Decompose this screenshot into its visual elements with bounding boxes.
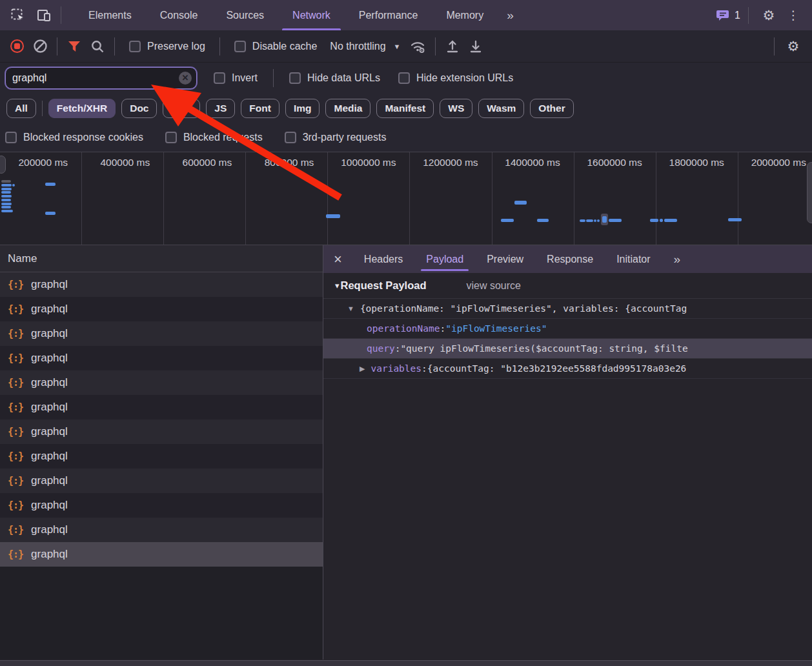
import-har-icon[interactable] <box>441 35 464 58</box>
filter-chip-js[interactable]: JS <box>206 99 235 118</box>
close-details-icon[interactable]: × <box>323 245 352 273</box>
preserve-log-checkbox[interactable]: Preserve log <box>129 41 205 52</box>
hide-data-urls-checkbox[interactable]: Hide data URLs <box>289 72 380 84</box>
filter-chip-css[interactable]: CSS <box>163 99 200 118</box>
throttling-select[interactable]: No throttling ▼ <box>330 41 400 52</box>
invert-checkbox[interactable]: Invert <box>214 72 258 84</box>
tab-console[interactable]: Console <box>146 0 212 30</box>
checkbox-box[interactable] <box>5 132 17 143</box>
request-row[interactable]: {:}graphql <box>0 493 323 518</box>
request-row[interactable]: {:}graphql <box>0 469 323 493</box>
request-row[interactable]: {:}graphql <box>0 297 323 321</box>
filter-chip-font[interactable]: Font <box>241 99 279 118</box>
tab-network[interactable]: Network <box>278 0 345 30</box>
hide-extension-urls-checkbox[interactable]: Hide extension URLs <box>398 72 513 84</box>
network-settings-gear-icon[interactable]: ⚙ <box>781 39 806 54</box>
payload-panel: ▾ Request Payload view source ▼{operatio… <box>323 273 812 660</box>
filter-funnel-icon[interactable] <box>63 35 86 58</box>
search-icon[interactable] <box>86 35 109 58</box>
blocked-response-cookies-checkbox[interactable]: Blocked response cookies <box>5 132 143 143</box>
filter-chip-ws[interactable]: WS <box>440 99 472 118</box>
more-detail-tabs-button[interactable]: » <box>662 245 693 273</box>
network-overview-timeline[interactable]: 200000 ms400000 ms600000 ms800000 ms1000… <box>0 152 812 245</box>
request-name: graphql <box>31 376 68 389</box>
detail-tab-response[interactable]: Response <box>535 245 605 273</box>
request-row[interactable]: {:}graphql <box>0 419 323 444</box>
detail-tab-headers[interactable]: Headers <box>352 245 414 273</box>
issues-button[interactable]: 1 <box>716 9 740 22</box>
waterfall-bar <box>594 219 596 222</box>
more-panels-button[interactable]: » <box>498 0 522 30</box>
request-name: graphql <box>31 352 68 365</box>
3rd-party-requests-checkbox[interactable]: 3rd-party requests <box>285 132 387 143</box>
kebab-menu-icon[interactable]: ⋮ <box>781 8 806 23</box>
filter-chip-fetch-xhr[interactable]: Fetch/XHR <box>48 99 116 118</box>
checkbox-box[interactable] <box>285 132 296 143</box>
checkbox-box[interactable] <box>234 41 246 52</box>
record-network-log-button[interactable] <box>5 35 28 58</box>
request-row[interactable]: {:}graphql <box>0 542 323 567</box>
filter-chip-img[interactable]: Img <box>285 99 320 118</box>
waterfall-bar <box>602 216 607 223</box>
disable-cache-checkbox[interactable]: Disable cache <box>234 41 318 52</box>
overview-right-scrollbar[interactable] <box>807 162 812 223</box>
filter-chip-doc[interactable]: Doc <box>121 99 157 118</box>
settings-gear-icon[interactable]: ⚙ <box>756 8 781 23</box>
blocked-requests-checkbox[interactable]: Blocked requests <box>165 132 263 143</box>
checkbox-box[interactable] <box>165 132 177 143</box>
expand-triangle-icon[interactable]: ▶ <box>360 365 365 373</box>
fetch-xhr-icon: {:} <box>8 450 23 462</box>
tab-sources[interactable]: Sources <box>212 0 278 30</box>
payload-tree-row[interactable]: query: "query ipFlowTimeseries($accountT… <box>323 339 812 359</box>
payload-tree-row[interactable]: ▶variables: {accountTag: "b12e3b2192ee55… <box>323 359 812 379</box>
fetch-xhr-icon: {:} <box>8 426 23 438</box>
blocked-filters-row: Blocked response cookiesBlocked requests… <box>0 123 812 152</box>
collapse-triangle-icon[interactable]: ▾ <box>335 281 340 290</box>
tab-memory[interactable]: Memory <box>432 0 498 30</box>
filter-chip-other[interactable]: Other <box>530 99 573 118</box>
view-source-link[interactable]: view source <box>467 280 521 292</box>
detail-tab-payload[interactable]: Payload <box>414 245 475 273</box>
timeline-tick-label: 800000 ms <box>246 152 328 245</box>
payload-plain-text: {operationName: "ipFlowTimeseries", vari… <box>360 303 687 314</box>
detail-tab-initiator[interactable]: Initiator <box>605 245 662 273</box>
request-row[interactable]: {:}graphql <box>0 346 323 370</box>
name-column-header[interactable]: Name <box>0 245 323 272</box>
checkbox-box[interactable] <box>214 72 225 84</box>
filter-input-wrap: ✕ <box>5 67 197 89</box>
request-row[interactable]: {:}graphql <box>0 370 323 395</box>
collapse-triangle-icon[interactable]: ▼ <box>347 305 354 312</box>
clear-filter-icon[interactable]: ✕ <box>179 72 192 85</box>
filter-chip-all[interactable]: All <box>6 99 36 118</box>
filter-input[interactable] <box>5 67 197 89</box>
request-row[interactable]: {:}graphql <box>0 395 323 419</box>
payload-plain-text: : <box>440 323 446 334</box>
waterfall-bar <box>12 184 15 187</box>
checkbox-box[interactable] <box>129 41 141 52</box>
export-har-icon[interactable] <box>464 35 487 58</box>
request-row[interactable]: {:}graphql <box>0 321 323 346</box>
detail-tab-preview[interactable]: Preview <box>475 245 535 273</box>
filter-chip-wasm[interactable]: Wasm <box>478 99 524 118</box>
request-row[interactable]: {:}graphql <box>0 518 323 542</box>
device-toolbar-icon[interactable] <box>31 0 57 30</box>
request-row[interactable]: {:}graphql <box>0 272 323 297</box>
checkbox-box[interactable] <box>398 72 410 84</box>
divider <box>435 37 436 56</box>
waterfall-bar <box>45 212 56 215</box>
tab-performance[interactable]: Performance <box>345 0 432 30</box>
filter-chip-media[interactable]: Media <box>325 99 370 118</box>
overview-left-handle[interactable] <box>0 156 6 174</box>
request-row[interactable]: {:}graphql <box>0 444 323 469</box>
clear-network-log-icon[interactable] <box>28 35 52 58</box>
network-conditions-icon[interactable] <box>407 35 430 58</box>
checkbox-box[interactable] <box>289 72 301 84</box>
payload-tree-row[interactable]: operationName: "ipFlowTimeseries" <box>323 319 812 339</box>
payload-tree-row[interactable]: ▼{operationName: "ipFlowTimeseries", var… <box>323 299 812 319</box>
waterfall-bar <box>514 201 527 205</box>
payload-plain-text: : <box>395 343 401 354</box>
inspect-element-icon[interactable] <box>5 0 31 30</box>
panel-tabs: ElementsConsoleSourcesNetworkPerformance… <box>74 0 498 30</box>
tab-elements[interactable]: Elements <box>74 0 146 30</box>
filter-chip-manifest[interactable]: Manifest <box>376 99 434 118</box>
